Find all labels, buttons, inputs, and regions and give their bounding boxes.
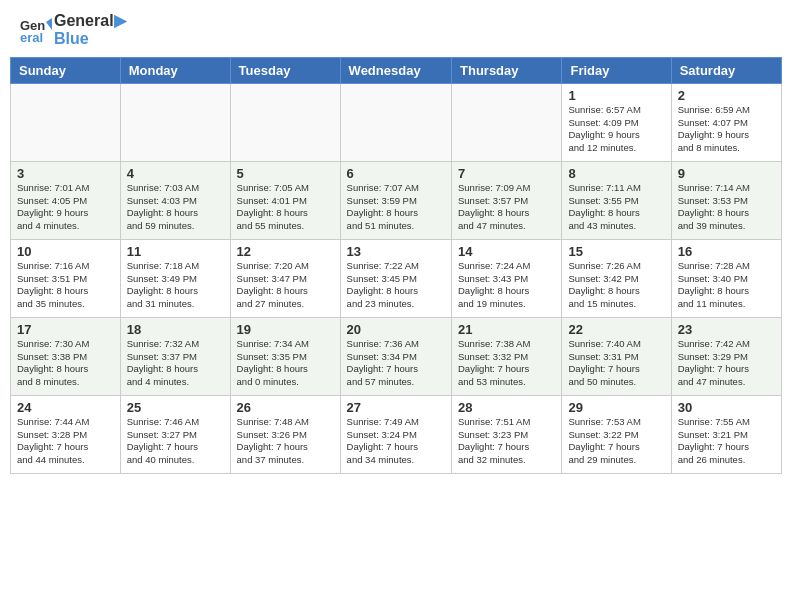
- day-info: Sunrise: 7:40 AM Sunset: 3:31 PM Dayligh…: [568, 338, 664, 389]
- logo: Gen eral General▶ Blue: [20, 12, 126, 49]
- calendar-cell: 7Sunrise: 7:09 AM Sunset: 3:57 PM Daylig…: [452, 161, 562, 239]
- logo-icon: Gen eral: [20, 14, 52, 46]
- day-number: 16: [678, 244, 775, 259]
- day-number: 7: [458, 166, 555, 181]
- calendar-cell: 10Sunrise: 7:16 AM Sunset: 3:51 PM Dayli…: [11, 239, 121, 317]
- calendar-cell: 20Sunrise: 7:36 AM Sunset: 3:34 PM Dayli…: [340, 317, 451, 395]
- day-number: 23: [678, 322, 775, 337]
- day-info: Sunrise: 7:55 AM Sunset: 3:21 PM Dayligh…: [678, 416, 775, 467]
- calendar-cell: 2Sunrise: 6:59 AM Sunset: 4:07 PM Daylig…: [671, 83, 781, 161]
- calendar-cell: 14Sunrise: 7:24 AM Sunset: 3:43 PM Dayli…: [452, 239, 562, 317]
- calendar-row: 1Sunrise: 6:57 AM Sunset: 4:09 PM Daylig…: [11, 83, 782, 161]
- calendar-row: 3Sunrise: 7:01 AM Sunset: 4:05 PM Daylig…: [11, 161, 782, 239]
- day-number: 9: [678, 166, 775, 181]
- day-info: Sunrise: 7:30 AM Sunset: 3:38 PM Dayligh…: [17, 338, 114, 389]
- weekday-header-tuesday: Tuesday: [230, 57, 340, 83]
- day-info: Sunrise: 7:49 AM Sunset: 3:24 PM Dayligh…: [347, 416, 445, 467]
- calendar-cell: 12Sunrise: 7:20 AM Sunset: 3:47 PM Dayli…: [230, 239, 340, 317]
- svg-text:eral: eral: [20, 30, 43, 45]
- day-number: 18: [127, 322, 224, 337]
- day-number: 22: [568, 322, 664, 337]
- calendar-cell: [120, 83, 230, 161]
- day-number: 13: [347, 244, 445, 259]
- day-number: 25: [127, 400, 224, 415]
- calendar-cell: 8Sunrise: 7:11 AM Sunset: 3:55 PM Daylig…: [562, 161, 671, 239]
- weekday-header-sunday: Sunday: [11, 57, 121, 83]
- day-info: Sunrise: 7:05 AM Sunset: 4:01 PM Dayligh…: [237, 182, 334, 233]
- calendar-cell: 1Sunrise: 6:57 AM Sunset: 4:09 PM Daylig…: [562, 83, 671, 161]
- day-number: 21: [458, 322, 555, 337]
- weekday-header-thursday: Thursday: [452, 57, 562, 83]
- day-info: Sunrise: 7:03 AM Sunset: 4:03 PM Dayligh…: [127, 182, 224, 233]
- day-info: Sunrise: 7:42 AM Sunset: 3:29 PM Dayligh…: [678, 338, 775, 389]
- day-info: Sunrise: 7:38 AM Sunset: 3:32 PM Dayligh…: [458, 338, 555, 389]
- day-info: Sunrise: 6:57 AM Sunset: 4:09 PM Dayligh…: [568, 104, 664, 155]
- calendar-cell: 23Sunrise: 7:42 AM Sunset: 3:29 PM Dayli…: [671, 317, 781, 395]
- day-number: 11: [127, 244, 224, 259]
- day-number: 17: [17, 322, 114, 337]
- day-info: Sunrise: 7:18 AM Sunset: 3:49 PM Dayligh…: [127, 260, 224, 311]
- calendar-cell: 16Sunrise: 7:28 AM Sunset: 3:40 PM Dayli…: [671, 239, 781, 317]
- day-number: 24: [17, 400, 114, 415]
- weekday-header-saturday: Saturday: [671, 57, 781, 83]
- calendar-row: 17Sunrise: 7:30 AM Sunset: 3:38 PM Dayli…: [11, 317, 782, 395]
- calendar-cell: 13Sunrise: 7:22 AM Sunset: 3:45 PM Dayli…: [340, 239, 451, 317]
- day-info: Sunrise: 7:14 AM Sunset: 3:53 PM Dayligh…: [678, 182, 775, 233]
- calendar-cell: 24Sunrise: 7:44 AM Sunset: 3:28 PM Dayli…: [11, 395, 121, 473]
- day-info: Sunrise: 7:36 AM Sunset: 3:34 PM Dayligh…: [347, 338, 445, 389]
- day-info: Sunrise: 7:24 AM Sunset: 3:43 PM Dayligh…: [458, 260, 555, 311]
- calendar-cell: [11, 83, 121, 161]
- day-number: 29: [568, 400, 664, 415]
- weekday-header-monday: Monday: [120, 57, 230, 83]
- day-number: 19: [237, 322, 334, 337]
- day-info: Sunrise: 7:20 AM Sunset: 3:47 PM Dayligh…: [237, 260, 334, 311]
- calendar-cell: 26Sunrise: 7:48 AM Sunset: 3:26 PM Dayli…: [230, 395, 340, 473]
- calendar-cell: 17Sunrise: 7:30 AM Sunset: 3:38 PM Dayli…: [11, 317, 121, 395]
- day-info: Sunrise: 7:09 AM Sunset: 3:57 PM Dayligh…: [458, 182, 555, 233]
- day-info: Sunrise: 6:59 AM Sunset: 4:07 PM Dayligh…: [678, 104, 775, 155]
- day-number: 27: [347, 400, 445, 415]
- weekday-header-friday: Friday: [562, 57, 671, 83]
- calendar-cell: 21Sunrise: 7:38 AM Sunset: 3:32 PM Dayli…: [452, 317, 562, 395]
- day-info: Sunrise: 7:34 AM Sunset: 3:35 PM Dayligh…: [237, 338, 334, 389]
- day-info: Sunrise: 7:44 AM Sunset: 3:28 PM Dayligh…: [17, 416, 114, 467]
- calendar-row: 10Sunrise: 7:16 AM Sunset: 3:51 PM Dayli…: [11, 239, 782, 317]
- day-info: Sunrise: 7:28 AM Sunset: 3:40 PM Dayligh…: [678, 260, 775, 311]
- weekday-header-row: SundayMondayTuesdayWednesdayThursdayFrid…: [11, 57, 782, 83]
- day-number: 30: [678, 400, 775, 415]
- calendar-wrapper: SundayMondayTuesdayWednesdayThursdayFrid…: [0, 57, 792, 474]
- day-number: 10: [17, 244, 114, 259]
- day-info: Sunrise: 7:53 AM Sunset: 3:22 PM Dayligh…: [568, 416, 664, 467]
- day-number: 5: [237, 166, 334, 181]
- calendar-cell: 25Sunrise: 7:46 AM Sunset: 3:27 PM Dayli…: [120, 395, 230, 473]
- day-number: 15: [568, 244, 664, 259]
- day-number: 12: [237, 244, 334, 259]
- calendar-cell: 4Sunrise: 7:03 AM Sunset: 4:03 PM Daylig…: [120, 161, 230, 239]
- day-info: Sunrise: 7:46 AM Sunset: 3:27 PM Dayligh…: [127, 416, 224, 467]
- calendar-cell: 19Sunrise: 7:34 AM Sunset: 3:35 PM Dayli…: [230, 317, 340, 395]
- logo-text: General▶ Blue: [54, 12, 126, 49]
- calendar-cell: [230, 83, 340, 161]
- calendar-cell: 28Sunrise: 7:51 AM Sunset: 3:23 PM Dayli…: [452, 395, 562, 473]
- calendar-cell: 11Sunrise: 7:18 AM Sunset: 3:49 PM Dayli…: [120, 239, 230, 317]
- day-info: Sunrise: 7:16 AM Sunset: 3:51 PM Dayligh…: [17, 260, 114, 311]
- day-number: 4: [127, 166, 224, 181]
- calendar-cell: 22Sunrise: 7:40 AM Sunset: 3:31 PM Dayli…: [562, 317, 671, 395]
- day-info: Sunrise: 7:22 AM Sunset: 3:45 PM Dayligh…: [347, 260, 445, 311]
- day-number: 2: [678, 88, 775, 103]
- header: Gen eral General▶ Blue: [0, 0, 792, 57]
- day-number: 1: [568, 88, 664, 103]
- calendar-row: 24Sunrise: 7:44 AM Sunset: 3:28 PM Dayli…: [11, 395, 782, 473]
- day-number: 6: [347, 166, 445, 181]
- day-info: Sunrise: 7:26 AM Sunset: 3:42 PM Dayligh…: [568, 260, 664, 311]
- day-number: 8: [568, 166, 664, 181]
- day-number: 26: [237, 400, 334, 415]
- calendar-cell: 9Sunrise: 7:14 AM Sunset: 3:53 PM Daylig…: [671, 161, 781, 239]
- calendar-cell: [340, 83, 451, 161]
- day-info: Sunrise: 7:11 AM Sunset: 3:55 PM Dayligh…: [568, 182, 664, 233]
- calendar-cell: 30Sunrise: 7:55 AM Sunset: 3:21 PM Dayli…: [671, 395, 781, 473]
- day-number: 20: [347, 322, 445, 337]
- calendar-cell: 6Sunrise: 7:07 AM Sunset: 3:59 PM Daylig…: [340, 161, 451, 239]
- calendar-cell: [452, 83, 562, 161]
- calendar: SundayMondayTuesdayWednesdayThursdayFrid…: [10, 57, 782, 474]
